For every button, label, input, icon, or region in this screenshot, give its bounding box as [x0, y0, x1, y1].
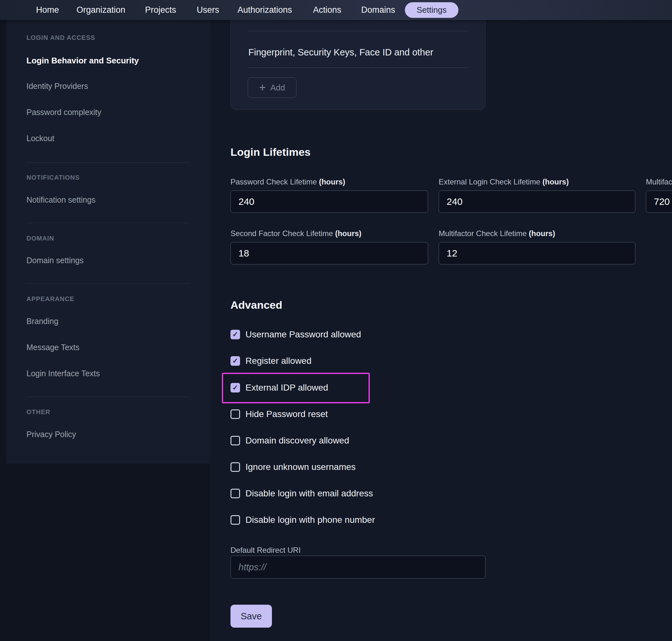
sidebar-item-password-complexity[interactable]: Password complexity [26, 107, 102, 117]
checkbox-domain-discovery-allowed[interactable]: Domain discovery allowed [230, 434, 349, 447]
sidebar-item-branding[interactable]: Branding [26, 316, 58, 326]
checked-checkbox[interactable]: ✓ [230, 356, 240, 366]
checkbox-label: Username Password allowed [245, 329, 361, 340]
checkbox-label: Disable login with email address [245, 488, 373, 499]
external-login-check-lifetime-input[interactable] [439, 191, 635, 213]
checkbox-label: Disable login with phone number [245, 515, 375, 525]
label-text: External Login Check Lifetime [439, 177, 542, 186]
login-lifetimes-heading: Login Lifetimes [230, 146, 310, 158]
sidebar-divider [26, 223, 190, 223]
password-check-lifetime-label: Password Check Lifetime (hours) [230, 177, 345, 187]
label-unit: (hours) [542, 177, 569, 186]
checkbox-external-idp-allowed[interactable]: ✓ External IDP allowed [230, 381, 328, 394]
card-divider [248, 31, 468, 31]
settings-sidebar: LOGIN AND ACCESS Login Behavior and Secu… [6, 20, 211, 464]
checkbox-label: Ignore unknown usernames [245, 462, 356, 472]
multifactor-check-lifetime-label: Multifactor Check Lifetime (hours) [439, 229, 555, 238]
label-unit: (hours) [529, 229, 555, 238]
label-unit: (hours) [319, 177, 345, 186]
label-text: Multifac [646, 177, 672, 186]
add-passkey-button[interactable]: + Add [248, 78, 296, 98]
sidebar-item-privacy-policy[interactable]: Privacy Policy [26, 429, 76, 439]
checkbox-label: Domain discovery allowed [245, 436, 349, 446]
passkeys-card-title: Fingerprint, Security Keys, Face ID and … [248, 47, 433, 58]
multifactor-truncated-label: Multifac [646, 177, 672, 187]
unchecked-checkbox[interactable] [230, 436, 240, 446]
sidebar-item-identity-providers[interactable]: Identity Providers [26, 81, 88, 91]
label-unit: (hours) [335, 229, 362, 238]
unchecked-checkbox[interactable] [230, 462, 240, 472]
multifactor-truncated-input[interactable] [646, 191, 672, 213]
advanced-heading: Advanced [230, 299, 282, 311]
checkbox-username-password-allowed[interactable]: ✓ Username Password allowed [230, 328, 361, 341]
nav-item-home[interactable]: Home [36, 0, 59, 20]
nav-item-authorizations[interactable]: Authorizations [238, 0, 292, 20]
checkbox-label: Hide Password reset [245, 409, 328, 419]
checked-checkbox[interactable]: ✓ [230, 383, 240, 393]
add-button-label: Add [270, 83, 285, 93]
checkbox-hide-password-reset[interactable]: Hide Password reset [230, 408, 328, 421]
nav-item-settings-active[interactable]: Settings [405, 2, 458, 18]
nav-item-projects[interactable]: Projects [145, 0, 176, 20]
multifactor-check-lifetime-input[interactable] [439, 242, 635, 264]
sidebar-item-login-interface-texts[interactable]: Login Interface Texts [26, 368, 100, 379]
sidebar-item-login-behavior-and-security[interactable]: Login Behavior and Security [26, 55, 139, 66]
nav-item-actions[interactable]: Actions [313, 0, 341, 20]
nav-item-organization[interactable]: Organization [77, 0, 125, 20]
checkbox-label: Register allowed [245, 356, 311, 366]
unchecked-checkbox[interactable] [230, 515, 240, 525]
nav-item-domains[interactable]: Domains [361, 0, 395, 20]
external-login-check-lifetime-label: External Login Check Lifetime (hours) [439, 177, 569, 187]
plus-icon: + [259, 82, 266, 93]
top-navigation: Home Organization Projects Users Authori… [0, 0, 672, 20]
checkmark-icon: ✓ [232, 357, 238, 365]
checkmark-icon: ✓ [232, 330, 238, 339]
checkbox-register-allowed[interactable]: ✓ Register allowed [230, 354, 311, 368]
sidebar-divider [26, 284, 190, 284]
default-redirect-uri-label: Default Redirect URI [230, 545, 300, 555]
label-text: Second Factor Check Lifetime [230, 229, 335, 238]
sidebar-divider [26, 397, 190, 397]
sidebar-header-login-and-access: LOGIN AND ACCESS [26, 33, 95, 42]
checkmark-icon: ✓ [232, 384, 238, 392]
sidebar-item-domain-settings[interactable]: Domain settings [26, 255, 83, 265]
sidebar-item-notification-settings[interactable]: Notification settings [26, 195, 96, 205]
sidebar-header-appearance: APPEARANCE [26, 295, 74, 303]
save-button[interactable]: Save [230, 605, 272, 628]
sidebar-header-other: OTHER [26, 408, 50, 417]
sidebar-header-notifications: NOTIFICATIONS [26, 173, 80, 182]
label-text: Password Check Lifetime [230, 177, 319, 186]
second-factor-check-lifetime-input[interactable] [230, 242, 428, 264]
password-check-lifetime-input[interactable] [230, 191, 428, 213]
checkbox-disable-login-with-phone[interactable]: Disable login with phone number [230, 513, 375, 527]
checkbox-disable-login-with-email[interactable]: Disable login with email address [230, 487, 373, 500]
unchecked-checkbox[interactable] [230, 489, 240, 498]
sidebar-item-lockout[interactable]: Lockout [26, 133, 54, 144]
sidebar-item-message-texts[interactable]: Message Texts [26, 342, 79, 352]
card-divider [248, 68, 468, 68]
default-redirect-uri-input[interactable] [230, 556, 485, 578]
checkbox-ignore-unknown-usernames[interactable]: Ignore unknown usernames [230, 460, 356, 474]
unchecked-checkbox[interactable] [230, 409, 240, 419]
checkbox-label: External IDP allowed [245, 383, 328, 393]
checked-checkbox[interactable]: ✓ [230, 330, 240, 339]
nav-item-users[interactable]: Users [197, 0, 219, 20]
second-factor-check-lifetime-label: Second Factor Check Lifetime (hours) [230, 229, 362, 238]
sidebar-header-domain: DOMAIN [26, 234, 54, 243]
label-text: Multifactor Check Lifetime [439, 229, 529, 238]
passkeys-card: Fingerprint, Security Keys, Face ID and … [230, 20, 485, 110]
